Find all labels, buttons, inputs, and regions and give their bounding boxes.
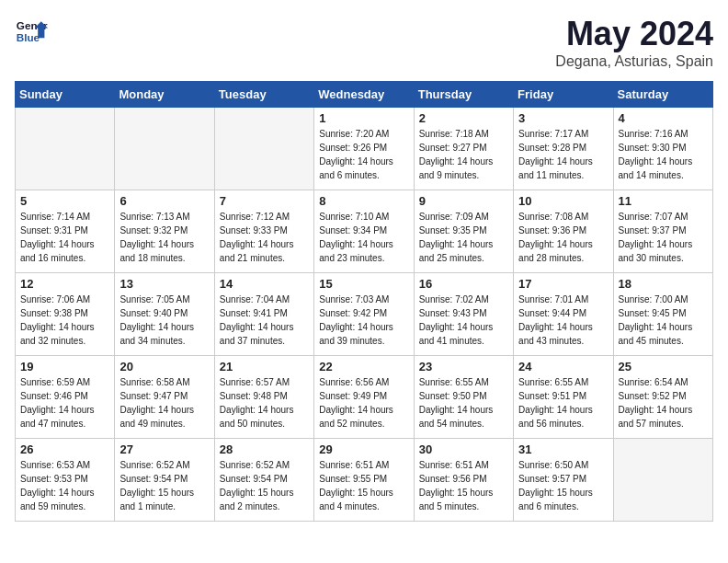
calendar-cell: 27Sunrise: 6:52 AMSunset: 9:54 PMDayligh…	[115, 439, 214, 522]
day-number: 27	[119, 442, 209, 456]
day-number: 25	[619, 360, 708, 373]
day-number: 1	[319, 111, 408, 125]
calendar-cell: 16Sunrise: 7:02 AMSunset: 9:43 PMDayligh…	[414, 273, 513, 356]
title-block: May 2024 Degana, Asturias, Spain	[555, 15, 713, 70]
day-number: 22	[319, 360, 408, 373]
calendar-week-1: 1Sunrise: 7:20 AMSunset: 9:26 PMDaylight…	[16, 108, 713, 190]
day-number: 8	[319, 194, 408, 208]
day-number: 5	[20, 194, 109, 208]
day-info: Sunrise: 7:16 AMSunset: 9:30 PMDaylight:…	[619, 127, 708, 182]
calendar-cell: 21Sunrise: 6:57 AMSunset: 9:48 PMDayligh…	[214, 356, 313, 439]
day-info: Sunrise: 7:01 AMSunset: 9:44 PMDaylight:…	[518, 293, 608, 348]
calendar-cell: 28Sunrise: 6:52 AMSunset: 9:54 PMDayligh…	[214, 439, 313, 522]
day-info: Sunrise: 6:55 AMSunset: 9:51 PMDaylight:…	[518, 375, 608, 431]
day-number: 2	[419, 111, 508, 125]
day-number: 10	[518, 194, 608, 208]
day-number: 3	[518, 111, 608, 125]
day-number: 12	[20, 277, 109, 291]
day-number: 17	[518, 277, 608, 291]
day-number: 13	[119, 277, 209, 291]
calendar-cell: 1Sunrise: 7:20 AMSunset: 9:26 PMDaylight…	[314, 108, 414, 190]
day-info: Sunrise: 7:20 AMSunset: 9:26 PMDaylight:…	[319, 127, 408, 182]
page-header: General Blue May 2024 Degana, Asturias, …	[15, 15, 713, 70]
calendar-cell: 20Sunrise: 6:58 AMSunset: 9:47 PMDayligh…	[115, 356, 214, 439]
day-info: Sunrise: 6:53 AMSunset: 9:53 PMDaylight:…	[20, 458, 109, 513]
calendar-week-4: 19Sunrise: 6:59 AMSunset: 9:46 PMDayligh…	[16, 356, 713, 439]
day-info: Sunrise: 6:58 AMSunset: 9:47 PMDaylight:…	[119, 375, 209, 431]
day-info: Sunrise: 6:52 AMSunset: 9:54 PMDaylight:…	[119, 458, 209, 513]
location-title: Degana, Asturias, Spain	[555, 53, 713, 70]
day-number: 24	[518, 360, 608, 373]
day-info: Sunrise: 6:54 AMSunset: 9:52 PMDaylight:…	[619, 375, 708, 431]
day-info: Sunrise: 7:13 AMSunset: 9:32 PMDaylight:…	[119, 210, 209, 265]
day-number: 16	[419, 277, 508, 291]
calendar-week-2: 5Sunrise: 7:14 AMSunset: 9:31 PMDaylight…	[16, 190, 713, 273]
calendar-cell: 6Sunrise: 7:13 AMSunset: 9:32 PMDaylight…	[115, 190, 214, 273]
weekday-header-tuesday: Tuesday	[214, 82, 313, 108]
weekday-header-saturday: Saturday	[613, 82, 712, 108]
calendar-week-5: 26Sunrise: 6:53 AMSunset: 9:53 PMDayligh…	[16, 439, 713, 522]
day-number: 14	[220, 277, 309, 291]
weekday-header-monday: Monday	[115, 82, 214, 108]
calendar-cell: 24Sunrise: 6:55 AMSunset: 9:51 PMDayligh…	[514, 356, 613, 439]
weekday-header-row: SundayMondayTuesdayWednesdayThursdayFrid…	[16, 82, 713, 108]
day-info: Sunrise: 7:09 AMSunset: 9:35 PMDaylight:…	[419, 210, 508, 265]
day-info: Sunrise: 7:18 AMSunset: 9:27 PMDaylight:…	[419, 127, 508, 182]
day-info: Sunrise: 7:06 AMSunset: 9:38 PMDaylight:…	[20, 293, 109, 348]
calendar-cell: 12Sunrise: 7:06 AMSunset: 9:38 PMDayligh…	[16, 273, 115, 356]
day-info: Sunrise: 7:14 AMSunset: 9:31 PMDaylight:…	[20, 210, 109, 265]
calendar-cell: 29Sunrise: 6:51 AMSunset: 9:55 PMDayligh…	[314, 439, 414, 522]
day-info: Sunrise: 7:05 AMSunset: 9:40 PMDaylight:…	[119, 293, 209, 348]
day-number: 9	[419, 194, 508, 208]
day-info: Sunrise: 6:57 AMSunset: 9:48 PMDaylight:…	[220, 375, 309, 431]
calendar-cell: 10Sunrise: 7:08 AMSunset: 9:36 PMDayligh…	[514, 190, 613, 273]
day-info: Sunrise: 6:52 AMSunset: 9:54 PMDaylight:…	[220, 458, 309, 513]
day-info: Sunrise: 7:07 AMSunset: 9:37 PMDaylight:…	[619, 210, 708, 265]
calendar-cell: 18Sunrise: 7:00 AMSunset: 9:45 PMDayligh…	[613, 273, 712, 356]
day-number: 30	[419, 442, 508, 456]
calendar-cell: 19Sunrise: 6:59 AMSunset: 9:46 PMDayligh…	[16, 356, 115, 439]
calendar-cell: 4Sunrise: 7:16 AMSunset: 9:30 PMDaylight…	[613, 108, 712, 190]
calendar-week-3: 12Sunrise: 7:06 AMSunset: 9:38 PMDayligh…	[16, 273, 713, 356]
day-number: 28	[220, 442, 309, 456]
day-info: Sunrise: 7:12 AMSunset: 9:33 PMDaylight:…	[220, 210, 309, 265]
day-info: Sunrise: 6:55 AMSunset: 9:50 PMDaylight:…	[419, 375, 508, 431]
day-info: Sunrise: 7:17 AMSunset: 9:28 PMDaylight:…	[518, 127, 608, 182]
calendar-cell: 14Sunrise: 7:04 AMSunset: 9:41 PMDayligh…	[214, 273, 313, 356]
weekday-header-thursday: Thursday	[414, 82, 513, 108]
calendar-cell: 9Sunrise: 7:09 AMSunset: 9:35 PMDaylight…	[414, 190, 513, 273]
calendar-cell: 31Sunrise: 6:50 AMSunset: 9:57 PMDayligh…	[514, 439, 613, 522]
day-number: 21	[220, 360, 309, 373]
day-number: 4	[619, 111, 708, 125]
logo: General Blue	[15, 15, 48, 48]
calendar-cell: 22Sunrise: 6:56 AMSunset: 9:49 PMDayligh…	[314, 356, 414, 439]
day-info: Sunrise: 6:56 AMSunset: 9:49 PMDaylight:…	[319, 375, 408, 431]
day-number: 19	[20, 360, 109, 373]
day-info: Sunrise: 7:02 AMSunset: 9:43 PMDaylight:…	[419, 293, 508, 348]
calendar-cell: 3Sunrise: 7:17 AMSunset: 9:28 PMDaylight…	[514, 108, 613, 190]
day-info: Sunrise: 7:04 AMSunset: 9:41 PMDaylight:…	[220, 293, 309, 348]
logo-icon: General Blue	[15, 15, 48, 48]
day-info: Sunrise: 6:50 AMSunset: 9:57 PMDaylight:…	[518, 458, 608, 513]
calendar-cell: 8Sunrise: 7:10 AMSunset: 9:34 PMDaylight…	[314, 190, 414, 273]
calendar-cell: 2Sunrise: 7:18 AMSunset: 9:27 PMDaylight…	[414, 108, 513, 190]
weekday-header-sunday: Sunday	[16, 82, 115, 108]
weekday-header-friday: Friday	[514, 82, 613, 108]
month-title: May 2024	[555, 15, 713, 53]
day-info: Sunrise: 7:03 AMSunset: 9:42 PMDaylight:…	[319, 293, 408, 348]
day-number: 20	[119, 360, 209, 373]
day-number: 23	[419, 360, 508, 373]
calendar-table: SundayMondayTuesdayWednesdayThursdayFrid…	[15, 81, 713, 522]
day-number: 11	[619, 194, 708, 208]
calendar-cell: 11Sunrise: 7:07 AMSunset: 9:37 PMDayligh…	[613, 190, 712, 273]
day-info: Sunrise: 7:00 AMSunset: 9:45 PMDaylight:…	[619, 293, 708, 348]
day-info: Sunrise: 6:59 AMSunset: 9:46 PMDaylight:…	[20, 375, 109, 431]
calendar-cell: 5Sunrise: 7:14 AMSunset: 9:31 PMDaylight…	[16, 190, 115, 273]
day-number: 18	[619, 277, 708, 291]
day-info: Sunrise: 7:08 AMSunset: 9:36 PMDaylight:…	[518, 210, 608, 265]
day-info: Sunrise: 7:10 AMSunset: 9:34 PMDaylight:…	[319, 210, 408, 265]
calendar-cell: 23Sunrise: 6:55 AMSunset: 9:50 PMDayligh…	[414, 356, 513, 439]
day-number: 31	[518, 442, 608, 456]
calendar-cell: 17Sunrise: 7:01 AMSunset: 9:44 PMDayligh…	[514, 273, 613, 356]
day-number: 6	[119, 194, 209, 208]
